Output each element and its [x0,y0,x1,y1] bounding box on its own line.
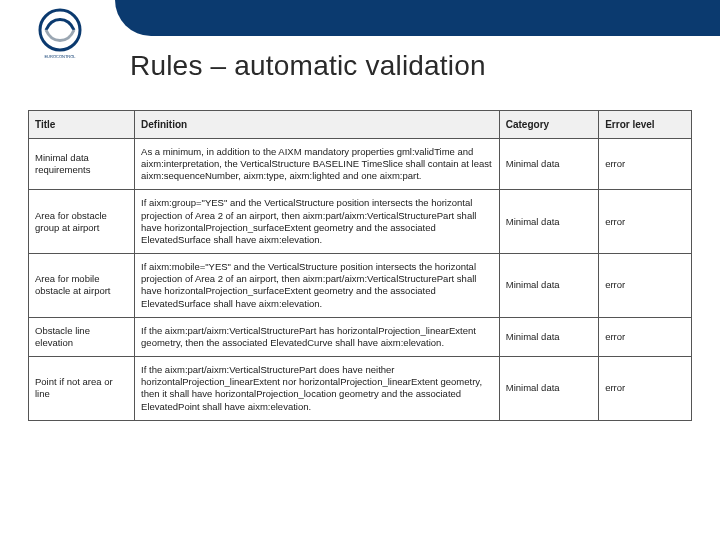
cell-error: error [599,357,692,421]
cell-category: Minimal data [499,139,598,190]
col-header-definition: Definition [135,111,500,139]
cell-category: Minimal data [499,254,598,318]
cell-title: Area for obstacle group at airport [29,190,135,254]
cell-category: Minimal data [499,190,598,254]
cell-error: error [599,254,692,318]
table-row: Minimal data requirements As a minimum, … [29,139,692,190]
slide: EUROCONTROL Rules – automatic validation… [0,0,720,540]
rules-table: Title Definition Category Error level Mi… [28,110,692,421]
cell-definition: If the aixm:part/aixm:VerticalStructureP… [135,357,500,421]
eurocontrol-logo-icon [38,8,82,52]
cell-category: Minimal data [499,357,598,421]
cell-title: Minimal data requirements [29,139,135,190]
table-header-row: Title Definition Category Error level [29,111,692,139]
cell-definition: As a minimum, in addition to the AIXM ma… [135,139,500,190]
brand-logo: EUROCONTROL [32,8,88,59]
rules-table-wrap: Title Definition Category Error level Mi… [28,110,692,421]
table-row: Obstacle line elevation If the aixm:part… [29,317,692,356]
cell-title: Point if not area or line [29,357,135,421]
col-header-error: Error level [599,111,692,139]
cell-error: error [599,190,692,254]
table-row: Area for obstacle group at airport If ai… [29,190,692,254]
cell-definition: If the aixm:part/aixm:VerticalStructureP… [135,317,500,356]
cell-definition: If aixm:group="YES" and the VerticalStru… [135,190,500,254]
cell-title: Obstacle line elevation [29,317,135,356]
cell-title: Area for mobile obstacle at airport [29,254,135,318]
cell-category: Minimal data [499,317,598,356]
brand-name: EUROCONTROL [32,54,88,59]
cell-error: error [599,139,692,190]
page-title: Rules – automatic validation [130,50,486,82]
col-header-title: Title [29,111,135,139]
table-row: Area for mobile obstacle at airport If a… [29,254,692,318]
table-row: Point if not area or line If the aixm:pa… [29,357,692,421]
cell-definition: If aixm:mobile="YES" and the VerticalStr… [135,254,500,318]
cell-error: error [599,317,692,356]
col-header-category: Category [499,111,598,139]
